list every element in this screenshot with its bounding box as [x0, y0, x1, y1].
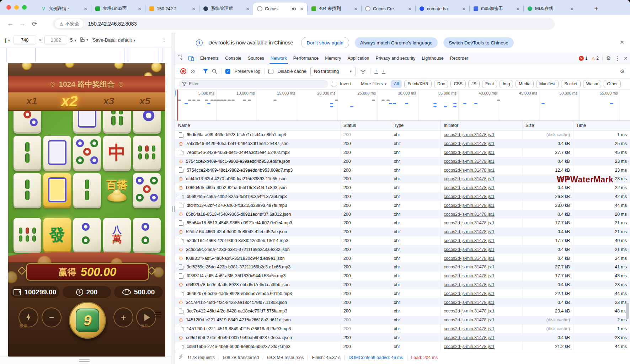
filter-chip-manifest[interactable]: Manifest	[536, 80, 559, 88]
initiator-link[interactable]: cocos2d-js-min.31478.js:1	[444, 317, 495, 322]
media-query-ruler[interactable]	[0, 47, 172, 63]
filter-chip-img[interactable]: Img	[500, 80, 513, 88]
device-width-input[interactable]: 748	[14, 36, 36, 44]
devtools-tab-lighthouse[interactable]: Lighthouse	[418, 53, 447, 64]
initiator-link[interactable]: cocos2d-js-min.31478.js:1	[444, 335, 495, 340]
device-type-dropdown[interactable]: [▼	[5, 37, 11, 43]
spin-button[interactable]: 9	[69, 302, 106, 339]
console-error-badge[interactable]: ✕1	[579, 56, 588, 61]
initiator-link[interactable]: cocos2d-js-min.31478.js:1	[444, 247, 495, 252]
browser-tab-9[interactable]: md5加密工×	[469, 2, 523, 15]
splitter-grip[interactable]	[172, 206, 175, 212]
devtools-tab-privacy-and-security[interactable]: Privacy and security	[373, 53, 419, 64]
initiator-link[interactable]: cocos2d-js-min.31478.js:1	[444, 185, 495, 190]
initiator-link[interactable]: cocos2d-js-min.31478.js:1	[444, 194, 495, 199]
tab-close-icon[interactable]: ×	[461, 6, 466, 12]
filter-chip-other[interactable]: Other	[604, 80, 621, 88]
network-request-row[interactable]: 3cf6259c-26da-423b-b381-37211169b2c3.e1c…	[175, 263, 630, 272]
filter-toggle-icon[interactable]	[203, 69, 208, 74]
network-request-row[interactable]: {}52dfc164-4663-42bf-9d00-3e8f042e0feb.d…	[175, 228, 630, 236]
preserve-log-checkbox[interactable]: ✓	[225, 69, 230, 74]
initiator-link[interactable]: cocos2d-js-min.31478.js:1	[444, 168, 495, 173]
initiator-link[interactable]: cocos2d-js-min.31478.js:1	[444, 220, 495, 225]
export-har-icon[interactable]: ↑	[374, 69, 378, 74]
inspect-element-icon[interactable]	[175, 55, 186, 61]
network-overview-timeline[interactable]: 5,000 ms10,000 ms15,000 ms20,000 ms25,00…	[175, 90, 630, 121]
game-viewport[interactable]: ◎ 1024 路中奖组合 ◎ x1x2x3x5 中百搭發八萬 赢得 500.00	[8, 63, 165, 357]
devtools-menu-icon[interactable]: ⋮	[614, 55, 620, 62]
save-data-dropdown[interactable]: 'Save-Data': default▼	[92, 37, 136, 43]
bet-increase-button[interactable]: +	[113, 307, 133, 327]
dont-show-again-button[interactable]: Don't show again	[301, 37, 349, 48]
match-language-button[interactable]: Always match Chrome's language	[355, 37, 438, 48]
device-height-input[interactable]: 1382	[44, 36, 67, 44]
network-request-row[interactable]: {}14512f0d-e221-4519-8849-4215a26618a3.d…	[175, 316, 630, 325]
device-toolbar-toggle-icon[interactable]	[186, 55, 197, 61]
network-request-row[interactable]: cd9d16b6-274e-4be9-b00b-9e9ba56b6237.3fc…	[175, 342, 630, 351]
tab-close-icon[interactable]: ×	[245, 6, 250, 12]
network-settings-icon[interactable]: ⚙	[620, 68, 625, 75]
browser-tab-5[interactable]: Cocos×	[253, 2, 307, 15]
filter-chip-fetch-xhr[interactable]: Fetch/XHR	[404, 80, 432, 88]
browser-tab-8[interactable]: comate.ba×	[415, 2, 469, 15]
tab-close-icon[interactable]: ×	[569, 6, 575, 12]
devtools-tab-network[interactable]: Network	[267, 53, 290, 64]
domcontentloaded-time[interactable]: DOMContentLoaded: 46 ms	[348, 355, 403, 360]
tab-close-icon[interactable]: ×	[137, 6, 142, 12]
disable-cache-checkbox[interactable]	[268, 69, 273, 74]
network-request-row[interactable]: 3cc7e412-46fd-4f2c-8428-ae18c4c79fd7.575…	[175, 307, 630, 316]
initiator-link[interactable]: cocos2d-js-min.31478.js:1	[444, 238, 495, 243]
network-request-row[interactable]: {}7ebdf546-3429-405a-bef1-0494a3df1ee4.2…	[175, 139, 630, 148]
bet-decrease-button[interactable]: −	[42, 307, 62, 327]
network-request-row[interactable]: f03831f4-adf5-4a6f-a3f6-35f1830c944d.53a…	[175, 272, 630, 280]
browser-tab-10[interactable]: MD5在线×	[523, 2, 577, 15]
network-request-row[interactable]: dfd4fb13-62bf-4270-a060-fca215b33893.497…	[175, 201, 630, 210]
initiator-link[interactable]: cocos2d-js-min.31478.js:1	[444, 282, 495, 287]
browser-tab-4[interactable]: 系统管理后×	[199, 2, 253, 15]
browser-tab-6[interactable]: 404 未找到×	[307, 2, 361, 15]
import-har-icon[interactable]: ↓	[382, 69, 385, 74]
bet-pill[interactable]: $ 200	[63, 286, 111, 298]
tab-close-icon[interactable]: ×	[515, 6, 520, 12]
device-toolbar-menu-icon[interactable]: ⋮	[161, 37, 167, 43]
clear-network-log-icon[interactable]: ⊘	[190, 68, 195, 75]
network-request-row[interactable]: 52dfc164-4663-42bf-9d00-3e8f042e0feb.13d…	[175, 236, 630, 245]
new-tab-button[interactable]: +	[592, 4, 601, 14]
filter-chip-js[interactable]: JS	[468, 80, 480, 88]
filter-chip-media[interactable]: Media	[516, 80, 534, 88]
devtools-splitter[interactable]	[172, 33, 175, 364]
maximize-window-icon[interactable]	[22, 5, 27, 10]
filter-input[interactable]: Filter	[179, 80, 328, 88]
network-request-row[interactable]: {}5754cce2-b409-48c1-9802-e39aedd4b953.e…	[175, 157, 630, 166]
initiator-link[interactable]: cocos2d-js-min.31478.js:1	[444, 273, 495, 278]
filter-chip-font[interactable]: Font	[482, 80, 497, 88]
forward-button[interactable]: →	[16, 20, 28, 28]
network-request-row[interactable]: {}b06f04d5-c69a-40b2-82aa-f5bf19c3a4f4.1…	[175, 183, 630, 192]
initiator-link[interactable]: cocos2d-js-min.31478.js:1	[444, 159, 495, 164]
network-request-row[interactable]: {}65b64a18-6513-4548-9365-d0921ed4df07.6…	[175, 210, 630, 219]
initiator-link[interactable]: cocos2d-js-min.31478.js:1	[444, 176, 495, 181]
address-bar[interactable]: ⚠ 不安全 150.242.246.82:8083	[53, 18, 555, 30]
resize-grip-icon[interactable]	[179, 355, 183, 359]
more-filters-dropdown[interactable]: More filters▼	[361, 81, 387, 86]
network-request-row[interactable]: 95dfc6fa-a0f9-463c-b923-bfc571cfcd4b.e86…	[175, 130, 630, 139]
column-header-time[interactable]: Time	[573, 121, 630, 130]
network-request-row[interactable]: 65b64a18-6513-4548-9365-d0921ed4df07.0e0…	[175, 219, 630, 228]
tab-close-icon[interactable]: ×	[353, 6, 358, 12]
record-network-log-button[interactable]	[180, 68, 186, 74]
network-request-row[interactable]: {}d6492b78-bc0e-4ad5-8928-ebbd5d7ef5da.a…	[175, 280, 630, 289]
filter-chip-wasm[interactable]: Wasm	[583, 80, 602, 88]
initiator-link[interactable]: cocos2d-js-min.31478.js:1	[444, 212, 495, 217]
network-request-row[interactable]: 5754cce2-b409-48c1-9802-e39aedd4b953.609…	[175, 166, 630, 175]
browser-tab-7[interactable]: Cocos Cre×	[361, 2, 415, 15]
load-time[interactable]: Load: 204 ms	[411, 355, 438, 360]
devtools-tab-application[interactable]: Application	[344, 53, 372, 64]
back-button[interactable]: ←	[4, 20, 16, 28]
initiator-link[interactable]: cocos2d-js-min.31478.js:1	[444, 291, 495, 296]
devtools-tab-sources[interactable]: Sources	[245, 53, 267, 64]
network-request-row[interactable]: 14512f0d-e221-4519-8849-4215a26618a3.f9a…	[175, 325, 630, 333]
browser-tab-2[interactable]: 宝塔Linux面×	[91, 2, 145, 15]
notification-close-icon[interactable]: ×	[620, 38, 624, 46]
initiator-link[interactable]: cocos2d-js-min.31478.js:1	[444, 309, 495, 314]
preserve-log-label[interactable]: Preserve log	[234, 69, 260, 74]
